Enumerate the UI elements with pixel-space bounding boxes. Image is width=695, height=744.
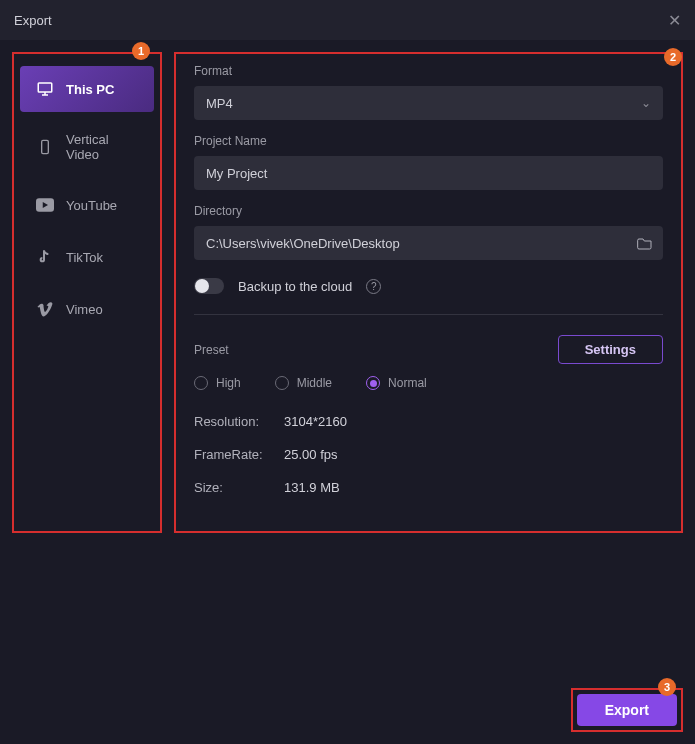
sidebar-item-this-pc[interactable]: This PC — [20, 66, 154, 112]
framerate-value: 25.00 fps — [284, 447, 338, 462]
export-button[interactable]: Export — [577, 694, 677, 726]
radio-label: Normal — [388, 376, 427, 390]
radio-icon — [275, 376, 289, 390]
export-target-sidebar: This PC Vertical Video YouTube TikTok Vi — [12, 52, 162, 533]
resolution-value: 3104*2160 — [284, 414, 347, 429]
export-settings-panel: Format MP4 ⌄ Project Name Directory Back… — [174, 52, 683, 533]
sidebar-item-vimeo[interactable]: Vimeo — [20, 286, 154, 332]
close-icon[interactable]: ✕ — [668, 11, 681, 30]
sidebar-item-label: Vertical Video — [66, 132, 138, 162]
sidebar-item-youtube[interactable]: YouTube — [20, 182, 154, 228]
titlebar: Export ✕ — [0, 0, 695, 40]
project-name-label: Project Name — [194, 134, 663, 148]
preset-radio-normal[interactable]: Normal — [366, 376, 427, 390]
annotation-badge-3: 3 — [658, 678, 676, 696]
format-select[interactable]: MP4 ⌄ — [194, 86, 663, 120]
folder-browse-icon[interactable] — [637, 236, 653, 250]
divider — [194, 314, 663, 315]
sidebar-item-label: This PC — [66, 82, 114, 97]
framerate-label: FrameRate: — [194, 447, 274, 462]
annotation-badge-1: 1 — [132, 42, 150, 60]
sidebar-item-label: YouTube — [66, 198, 117, 213]
directory-input[interactable] — [194, 226, 663, 260]
backup-toggle[interactable] — [194, 278, 224, 294]
youtube-icon — [36, 196, 54, 214]
backup-label: Backup to the cloud — [238, 279, 352, 294]
resolution-label: Resolution: — [194, 414, 274, 429]
radio-label: Middle — [297, 376, 332, 390]
format-label: Format — [194, 64, 663, 78]
window-title: Export — [14, 13, 52, 28]
preset-label: Preset — [194, 343, 229, 357]
sidebar-item-label: TikTok — [66, 250, 103, 265]
sidebar-item-label: Vimeo — [66, 302, 103, 317]
preset-radio-group: High Middle Normal — [194, 376, 663, 390]
size-value: 131.9 MB — [284, 480, 340, 495]
vimeo-icon — [36, 300, 54, 318]
directory-label: Directory — [194, 204, 663, 218]
svg-rect-1 — [42, 140, 49, 153]
preset-radio-middle[interactable]: Middle — [275, 376, 332, 390]
sidebar-item-tiktok[interactable]: TikTok — [20, 234, 154, 280]
annotation-badge-2: 2 — [664, 48, 682, 66]
radio-icon — [366, 376, 380, 390]
radio-icon — [194, 376, 208, 390]
radio-label: High — [216, 376, 241, 390]
preset-radio-high[interactable]: High — [194, 376, 241, 390]
phone-icon — [36, 138, 54, 156]
sidebar-item-vertical-video[interactable]: Vertical Video — [20, 118, 154, 176]
chevron-down-icon: ⌄ — [641, 96, 651, 110]
format-value: MP4 — [206, 96, 233, 111]
tiktok-icon — [36, 248, 54, 266]
help-icon[interactable]: ? — [366, 279, 381, 294]
project-name-input[interactable] — [194, 156, 663, 190]
svg-rect-0 — [38, 83, 52, 92]
size-label: Size: — [194, 480, 274, 495]
monitor-icon — [36, 80, 54, 98]
settings-button[interactable]: Settings — [558, 335, 663, 364]
